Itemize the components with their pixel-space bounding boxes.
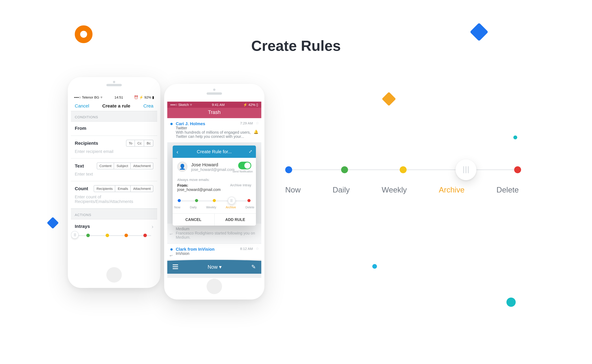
recipients-segmented[interactable]: To Cc Bc (126, 140, 153, 147)
seg-attachments[interactable]: Attachment (131, 186, 153, 192)
seg-content[interactable]: Content (97, 163, 114, 169)
bottom-bar: Now ▾ ✎ (167, 260, 261, 274)
email-item[interactable]: Cari J. Holmes 7:29 AM ☆ Twitter 🔔 With … (167, 118, 261, 143)
intrays-row[interactable]: Intrays › (71, 219, 157, 231)
page-title: Create Rules (0, 38, 592, 54)
notification-toggle[interactable] (238, 162, 251, 169)
node-now[interactable] (285, 166, 292, 173)
reply-icon: ↩︎ (170, 232, 173, 236)
modal-add-rule-button[interactable]: ADD RULE (215, 214, 256, 226)
seg-bcc[interactable]: Bc (144, 140, 153, 146)
conditions-header: CONDITIONS (71, 111, 157, 122)
modal-user-row: 👤 Jose Howard jose_howard@gmail.com Send… (173, 158, 256, 176)
reply-icon: ↩︎ (170, 254, 173, 258)
actions-header: ACTIONS (71, 209, 157, 219)
count-field: Count Recipients Emails Attachment Enter… (71, 181, 157, 209)
unread-dot-icon (170, 123, 173, 125)
slider-handle[interactable] (71, 231, 79, 239)
phone-camera-icon (113, 81, 115, 83)
status-battery: ⚡ 42% ▯ (243, 103, 258, 107)
slider-handle[interactable] (228, 197, 235, 204)
slider-dot-weekly (213, 199, 216, 202)
create-rule-modal: ‹ Create Rule for... ⤢ 👤 Jose Howard jos… (173, 145, 256, 226)
status-bar: ••••○ Sketch ᯤ 9:41 AM ⚡ 42% ▯ (167, 102, 261, 108)
frequency-slider[interactable]: Now Daily Weekly Archive Delete (173, 195, 256, 213)
text-field: Text Content Subject Attachment Enter te… (71, 159, 157, 181)
star-icon[interactable]: ☆ (256, 121, 259, 125)
recipients-input[interactable]: Enter recipient email (75, 149, 153, 154)
modal-title: Create Rule for... (197, 149, 232, 155)
home-button[interactable] (106, 267, 122, 283)
seg-recipients[interactable]: Recipients (94, 186, 115, 192)
slider-dot-yellow (105, 234, 109, 237)
slider-dot-orange (124, 234, 128, 237)
from-label: From (75, 125, 86, 131)
cancel-button[interactable]: Cancel (75, 103, 89, 109)
status-time: 14:51 (114, 96, 123, 99)
status-carrier: ••••○ Sketch ᯤ (170, 103, 193, 107)
phone-speaker-icon (207, 92, 222, 95)
expand-icon[interactable]: ⤢ (249, 149, 252, 154)
count-input[interactable]: Enter count of Recipients/Emails/Attachm… (75, 195, 153, 204)
screen-title: Trash (167, 108, 261, 118)
status-time: 9:41 AM (212, 103, 225, 107)
from-field[interactable]: From (71, 122, 157, 136)
user-name: Jose Howard (191, 162, 235, 167)
star-icon[interactable]: ☆ (256, 246, 259, 251)
email-subject: InVision (176, 251, 257, 256)
status-battery: ⏰ ⚡ 92% ▮ (134, 96, 154, 99)
email-preview: Francesco Rodighiero started following y… (176, 231, 257, 240)
node-delete[interactable] (514, 166, 521, 173)
email-item[interactable]: ↩︎ Clark from InVision 8:12 AM ☆ InVisio… (167, 244, 261, 260)
home-button[interactable] (207, 279, 222, 294)
phone-create-rule: ••••○ Telenor BG ᯤ 14:51 ⏰ ⚡ 92% ▮ Cance… (68, 77, 160, 288)
email-item[interactable]: ↩︎ Medium Francesco Rodighiero started f… (167, 224, 261, 244)
toggle-caption: Send Notification (232, 170, 253, 173)
slider-dot-green (87, 234, 90, 237)
bottom-label[interactable]: Now ▾ (208, 264, 222, 270)
text-input[interactable]: Enter text (75, 172, 153, 176)
seg-subject[interactable]: Subject (114, 163, 131, 169)
label-delete: Delete (496, 186, 519, 195)
unread-dot-icon (170, 248, 173, 251)
seg-cc[interactable]: Cc (135, 140, 144, 146)
count-segmented[interactable]: Recipients Emails Attachment (94, 185, 153, 192)
create-button[interactable]: Crea (143, 103, 153, 109)
large-frequency-slider[interactable]: Now Daily Weekly Archive Delete (285, 169, 519, 195)
archive-intray-link[interactable]: Archive Intray (230, 183, 251, 187)
bell-icon: 🔔 (254, 130, 258, 134)
count-label: Count (75, 186, 88, 191)
email-subject: Medium (176, 227, 257, 231)
dot-teal-large-icon (506, 298, 516, 307)
slider-labels: Now Daily Weekly Archive Delete (285, 186, 519, 195)
nav-title: Create a rule (102, 103, 130, 109)
status-carrier: ••••○ Telenor BG ᯤ (74, 96, 104, 99)
dot-cyan-icon (372, 264, 377, 269)
avatar: 👤 (177, 162, 187, 172)
nav-bar: Cancel Create a rule Crea (71, 101, 157, 111)
modal-section: Always move emails: Archive Intray From:… (173, 176, 256, 195)
modal-header: ‹ Create Rule for... ⤢ (173, 145, 256, 158)
user-email: jose_howard@gmail.com (191, 167, 235, 172)
node-daily[interactable] (341, 166, 348, 173)
intrays-slider[interactable] (71, 231, 157, 240)
chevron-down-icon: ▾ (219, 264, 222, 270)
phone-trash: ••••○ Sketch ᯤ 9:41 AM ⚡ 42% ▯ Trash Car… (164, 84, 264, 299)
email-preview: With hundreds of millions of engaged use… (176, 130, 257, 139)
modal-actions: CANCEL ADD RULE (173, 213, 256, 226)
email-time: 7:29 AM (240, 121, 253, 125)
seg-emails[interactable]: Emails (115, 186, 131, 192)
label-now: Now (285, 186, 301, 195)
email-subject: Twitter (176, 126, 257, 130)
compose-icon[interactable]: ✎ (251, 264, 256, 270)
back-icon[interactable]: ‹ (176, 149, 178, 155)
modal-cancel-button[interactable]: CANCEL (173, 214, 215, 226)
diamond-yellow-icon (382, 92, 396, 106)
slider-handle[interactable] (456, 159, 477, 180)
menu-icon[interactable] (173, 265, 178, 269)
text-segmented[interactable]: Content Subject Attachment (97, 162, 153, 169)
seg-to[interactable]: To (126, 140, 135, 146)
seg-attachment[interactable]: Attachment (131, 163, 153, 169)
label-daily: Daily (333, 186, 350, 195)
node-weekly[interactable] (400, 166, 407, 173)
